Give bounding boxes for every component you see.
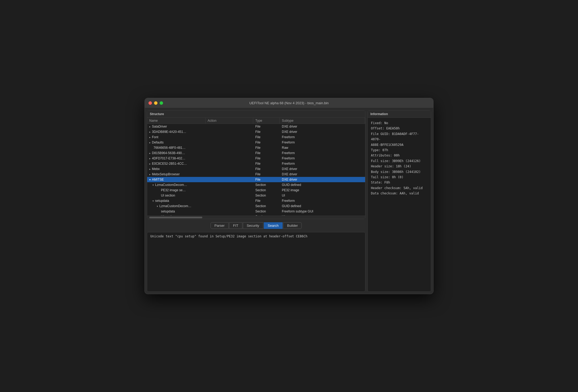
tree-cell-name-text: 4DFD7017-E738-402… [152,156,185,160]
table-row[interactable]: ▸MebxFileDXE driver [147,166,365,172]
expand-icon[interactable]: ▸ [149,162,151,165]
tree-cell-action [205,158,253,159]
output-panel: Unicode text "cpu setup" found in Setup/… [147,232,365,292]
tree-cell-name-text: UI section [161,194,175,197]
table-row[interactable]: setupdataSectionFreeform subtype GUI [147,209,365,214]
tree-cell-name-text: setupdata [161,210,175,213]
minimize-button[interactable] [154,101,157,105]
tree-cell-action [205,131,253,132]
collapse-icon[interactable]: ▾ [149,178,151,181]
tree-cell-name: ▾AMITSE [147,177,205,182]
tree-cell-type: Section [253,193,280,198]
tree-cell-name: setupdata [147,209,205,214]
expand-icon[interactable]: ▸ [149,173,151,176]
tree-cell-action [205,211,253,212]
info-line: Tail size: 0h (0) [371,175,428,180]
tree-cell-subtype: Freeform [280,151,365,155]
tree-cell-subtype: GUID defined [280,204,365,208]
close-button[interactable] [148,101,152,105]
tree-cell-name-text: 3DADB89E-4A20-451… [152,130,186,134]
table-row[interactable]: ▸MebxSetupBrowserFileDXE driver [147,172,365,177]
table-row[interactable]: ▸SataDriverFileDXE driver [147,124,365,129]
tree-cell-name: ▸3DADB89E-4A20-451… [147,129,205,134]
expand-icon[interactable]: ▸ [149,130,151,133]
tree-cell-type: File [253,140,280,145]
tree-cell-name: ▸E0C8CE52-2B51-4CC… [147,161,205,166]
tree-cell-name: ▾LzmaCustomDecom… [147,182,205,187]
tree-cell-subtype: DXE driver [280,124,365,129]
tree-cell-subtype: Freeform [280,198,365,203]
info-line: Data checksum: AAh, valid [371,191,428,196]
tree-cell-name-text: LzmaCustomDecom… [159,204,191,208]
horizontal-scrollbar[interactable] [147,216,365,219]
tree-cell-name: ▸Defaults [147,140,205,145]
tree-cell-name-text: AMITSE [152,178,164,181]
tree-cell-name-text: Defaults [152,141,164,144]
tabs-bar: ParserFITSecuritySearchBuilder [147,221,365,230]
expand-icon[interactable]: ▸ [149,141,151,144]
expand-icon[interactable]: ▸ [149,152,151,155]
info-line: Fixed: No [371,120,428,126]
tree-cell-type: File [253,167,280,171]
tree-cell-name: ▸SataDriver [147,124,205,129]
tree-cell-type: Section [253,182,280,187]
tree-cell-name-text: MebxSetupBrowser [152,172,180,176]
maximize-button[interactable] [160,101,163,105]
table-row[interactable]: ▸3DADB89E-4A20-451…FileDXE driver [147,129,365,134]
table-row[interactable]: PE32 image se…SectionPE32 image [147,188,365,193]
info-line: Attributes: 00h [371,153,428,158]
main-window: UEFITool NE alpha 68 (Nov 4 2023) - bios… [144,98,434,294]
collapse-icon[interactable]: ▾ [152,184,154,186]
table-row[interactable]: 76646656-48F0-481…FileRaw [147,145,365,150]
tab-fit[interactable]: FIT [229,222,242,229]
tree-cell-type: File [253,151,280,155]
tree-cell-name: ▾setupdata [147,198,205,203]
right-panel: Information Fixed: NoOffset: EAEA50hFile… [367,110,431,292]
col-subtype: Subtype [280,118,365,124]
tree-cell-name: ▸4DFD7017-E738-402… [147,156,205,161]
tree-cell-name: ▸Mebx [147,167,205,171]
expand-icon[interactable]: ▸ [149,168,151,171]
tree-cell-name-text: LzmaCustomDecom… [155,183,187,187]
table-row[interactable]: ▾AMITSEFileDXE driver [147,177,365,182]
table-row[interactable]: ▾LzmaCustomDecom…SectionGUID defined [147,182,365,188]
tree-cell-subtype: DXE driver [280,177,365,182]
tab-security[interactable]: Security [243,222,263,229]
expand-icon[interactable]: ▸ [149,136,151,139]
traffic-lights [148,101,163,105]
tree-cell-action [205,153,253,154]
tree-cell-type: File [253,145,280,150]
information-label: Information [368,111,431,118]
tree-cell-name-text: 76646656-48F0-481… [154,146,186,150]
tree-cell-action [205,190,253,191]
tree-cell-subtype: Raw [280,145,365,150]
table-row[interactable]: ▸DefaultsFileFreeform [147,140,365,145]
collapse-icon[interactable]: ▾ [157,205,158,208]
table-row[interactable]: ▾LzmaCustomDecom…SectionGUID defined [147,203,365,209]
tree-cell-type: File [253,198,280,203]
tree-body[interactable]: ▸SataDriverFileDXE driver▸3DADB89E-4A20-… [147,124,365,216]
tree-cell-name-text: PE32 image se… [161,188,186,192]
tree-cell-type: File [253,129,280,134]
table-row[interactable]: UI sectionSectionUI [147,193,365,198]
tree-cell-subtype: DXE driver [280,129,365,134]
left-panel: Structure Name Action Type Subtype ▸Sata… [147,110,365,292]
tree-cell-action [205,163,253,164]
expand-icon[interactable]: ▸ [149,157,151,160]
tab-builder[interactable]: Builder [283,222,302,229]
tree-cell-name: ▸MebxSetupBrowser [147,172,205,177]
collapse-icon[interactable]: ▾ [152,199,154,202]
tree-cell-type: File [253,161,280,166]
table-row[interactable]: ▸E0C8CE52-2B51-4CC…FileFreeform [147,161,365,166]
tree-cell-action [205,174,253,175]
expand-icon[interactable]: ▸ [149,125,151,128]
table-row[interactable]: ▸4DFD7017-E738-402…FileFreeform [147,156,365,161]
tab-search[interactable]: Search [264,222,283,229]
info-line: State: F8h [371,180,428,185]
table-row[interactable]: ▸D815B964-563B-490…FileFreeform [147,150,365,156]
table-row[interactable]: ▾setupdataFileFreeform [147,198,365,203]
structure-label: Structure [147,111,365,118]
table-row[interactable]: ▸FontFileFreeform [147,134,365,140]
info-line: Header size: 18h (24) [371,164,428,169]
tab-parser[interactable]: Parser [211,222,229,229]
